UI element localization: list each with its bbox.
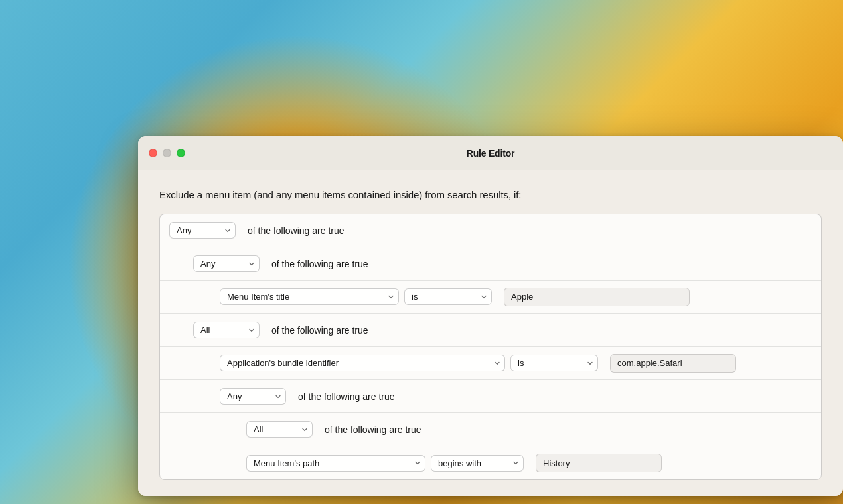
row1-any-select[interactable]: Any All None — [193, 255, 260, 272]
row2-operator-select[interactable]: is is not begins with ends with contains… — [404, 288, 492, 305]
row5-suffix: of the following are true — [298, 391, 395, 402]
window-content: Exclude a menu item (and any menu items … — [138, 170, 843, 496]
row5-any-select[interactable]: Any All None — [220, 388, 286, 405]
maximize-button[interactable] — [177, 149, 185, 157]
row3-suffix: of the following are true — [271, 325, 368, 336]
row4-field-select[interactable]: Menu Item's title Menu Item's path Appli… — [220, 355, 505, 371]
rule-row-4: Menu Item's title Menu Item's path Appli… — [160, 347, 821, 380]
row5-content: Any All None of the following are true — [220, 388, 395, 405]
row6-suffix: of the following are true — [325, 424, 422, 435]
rule-editor-window: Rule Editor Exclude a menu item (and any… — [138, 136, 843, 496]
row0-content: Any All None of the following are true — [169, 222, 345, 239]
row6-content: Any All None of the following are true — [246, 421, 422, 438]
rule-row-5: Any All None of the following are true — [160, 380, 821, 413]
traffic-lights — [149, 149, 185, 157]
row1-suffix: of the following are true — [271, 259, 368, 269]
rule-row-2: Menu Item's title Menu Item's path Appli… — [160, 281, 821, 314]
row1-content: Any All None of the following are true — [193, 255, 368, 272]
rule-row-7: Menu Item's title Menu Item's path Appli… — [160, 446, 821, 479]
row7-field-select[interactable]: Menu Item's title Menu Item's path Appli… — [246, 455, 425, 472]
row7-content: Menu Item's title Menu Item's path Appli… — [246, 454, 662, 472]
row4-value-input[interactable] — [610, 354, 736, 373]
rules-container: Any All None of the following are true A… — [159, 214, 822, 480]
row7-operator-select[interactable]: is is not begins with ends with contains… — [431, 455, 524, 472]
row6-all-select[interactable]: Any All None — [246, 421, 313, 438]
rule-row-6: Any All None of the following are true — [160, 413, 821, 446]
rule-row-0: Any All None of the following are true — [160, 214, 821, 247]
close-button[interactable] — [149, 149, 157, 157]
row2-content: Menu Item's title Menu Item's path Appli… — [220, 288, 690, 306]
row3-all-select[interactable]: Any All None — [193, 322, 260, 338]
description-text: Exclude a menu item (and any menu items … — [159, 189, 822, 200]
row7-value-input[interactable] — [536, 454, 662, 472]
row2-field-select[interactable]: Menu Item's title Menu Item's path Appli… — [220, 288, 399, 305]
row3-content: Any All None of the following are true — [193, 322, 368, 338]
row2-value-input[interactable] — [504, 288, 690, 306]
row4-operator-select[interactable]: is is not begins with ends with contains… — [510, 355, 598, 371]
rule-row-1: Any All None of the following are true — [160, 247, 821, 281]
title-bar: Rule Editor — [138, 136, 843, 170]
row4-content: Menu Item's title Menu Item's path Appli… — [220, 354, 736, 373]
window-title: Rule Editor — [467, 148, 514, 158]
minimize-button[interactable] — [163, 149, 171, 157]
row0-any-select[interactable]: Any All None — [169, 222, 236, 239]
rule-row-3: Any All None of the following are true — [160, 314, 821, 347]
row0-suffix: of the following are true — [248, 225, 345, 236]
